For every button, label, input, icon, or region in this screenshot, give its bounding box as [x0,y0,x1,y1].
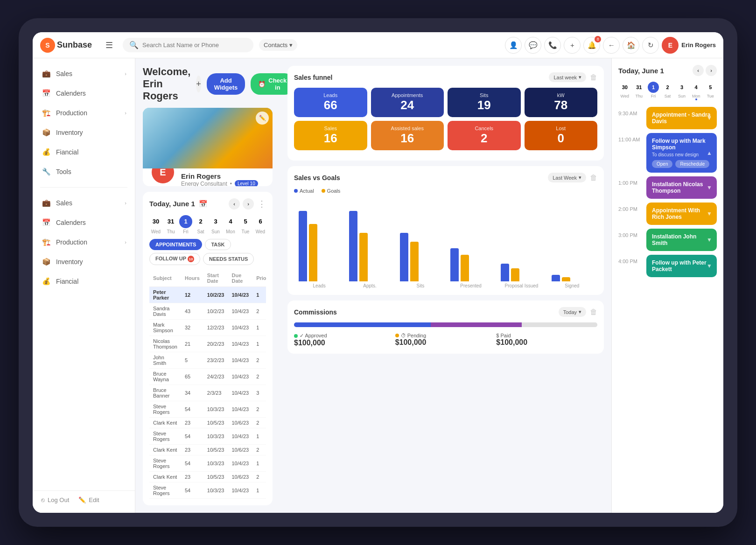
prev-day-button[interactable]: ‹ [693,65,704,76]
week-day[interactable]: 1Fri [179,215,192,234]
delete-icon[interactable]: 🗑 [590,174,597,182]
table-row[interactable]: Steve Rogers 54 10/3/23 10/4/23 1 Pendin… [149,455,266,472]
table-row[interactable]: Clark Kent 23 10/5/23 10/6/23 2 Complete… [149,472,266,482]
sidebar-item-tools[interactable]: 🔧 Tools [33,162,135,182]
sidebar-item-inventory1[interactable]: 📦 Inventory [33,123,135,142]
panel-day[interactable]: 31Thu [633,82,646,100]
more-options-button[interactable]: ⋮ [258,199,266,209]
filter-dropdown[interactable]: Today ▾ [559,307,586,317]
panel-day[interactable]: 1Fri [647,82,660,100]
screen: S Sunbase ☰ 🔍 Contacts ▾ 👤 💬 📞 + 🔔 8 [33,32,723,513]
next-week-button[interactable]: › [243,198,254,210]
event-row: 11:00 AMFollow up with Mark SimpsonTo di… [618,133,717,173]
widget-title: Commissions [294,308,337,316]
sidebar-item-calendars1[interactable]: 📅 Calenders [33,84,135,103]
hamburger-button[interactable]: ☰ [101,37,117,53]
table-row[interactable]: Clark Kent 23 10/5/23 10/6/23 2 Complete… [149,418,266,428]
week-day[interactable]: 30Wed [149,215,162,234]
home-button[interactable]: 🏠 [623,37,639,54]
funnel-value: 66 [300,98,362,112]
production-icon: 🏗️ [41,108,51,118]
tab-needs-status[interactable]: NEEDS STATUS [203,253,254,266]
edit-button[interactable]: ✏️ Edit [78,496,99,503]
sidebar-item-sales2[interactable]: 💼 Sales › [33,193,135,213]
phone-button[interactable]: 📞 [544,37,561,54]
table-row[interactable]: Steve Rogers 54 10/3/23 10/4/23 1 Pendin… [149,428,266,445]
refresh-button[interactable]: ↻ [642,37,659,54]
week-day[interactable]: 6Wed [254,215,267,234]
week-day[interactable]: 31Thu [164,215,177,234]
week-day[interactable]: 3Sun [209,215,222,234]
financial-icon: 💰 [41,147,51,157]
contacts-dropdown[interactable]: Contacts ▾ [259,39,297,51]
delete-icon[interactable]: 🗑 [590,308,597,316]
add-button[interactable]: + [196,76,201,92]
cell-priority: 1 [252,482,266,499]
event-action-button[interactable]: Reschedule [675,160,709,168]
profile-role: Energy Consultant [181,181,227,186]
event-card[interactable]: Appointment - Sandra Davis▼ [646,107,717,129]
table-row[interactable]: Bruce Wayna 65 24/2/23 10/4/23 2 Stalled [149,369,266,385]
cell-due: 10/4/23 [228,320,252,336]
cell-due: 10/4/23 [228,455,252,472]
sidebar-item-calendars2[interactable]: 📅 Calenders [33,213,135,232]
profile-edit-button[interactable]: ✏️ [256,112,269,125]
sidebar-item-financial1[interactable]: 💰 Fiancial [33,142,135,162]
cell-due: 10/4/23 [228,369,252,385]
week-day[interactable]: 2Sat [194,215,207,234]
avatar[interactable]: E [662,37,679,54]
event-card[interactable]: Installation John Smith▼ [646,229,717,251]
table-row[interactable]: Clark Kent 23 10/5/23 10/6/23 2 Complete… [149,445,266,455]
cell-subject: John Smith [149,352,181,369]
delete-icon[interactable]: 🗑 [590,73,597,82]
sales-goals-widget: Sales vs Goals Last Week ▾ 🗑 Actu [287,166,604,295]
tab-appointments[interactable]: APPOINTMENTS [149,239,202,250]
sidebar-item-sales1[interactable]: 💼 Sales › [33,64,135,84]
event-card[interactable]: Installation Nicolas Thompson▼ [646,176,717,199]
event-card[interactable]: Follow up with Mark SimpsonTo discuss ne… [646,133,717,173]
panel-day[interactable]: 5Tue [704,82,717,100]
filter-dropdown[interactable]: Last week ▾ [549,72,586,82]
table-row[interactable]: Sandra Davis 43 10/2/23 10/4/23 2 Comple… [149,303,266,320]
sidebar-item-financial2[interactable]: 💰 Fiancial [33,272,135,291]
panel-day[interactable]: 30Wed [618,82,631,100]
add-button[interactable]: + [564,37,581,54]
sidebar-item-inventory2[interactable]: 📦 Inventory [33,252,135,272]
table-row[interactable]: Peter Parker 12 10/2/23 10/4/23 1 Pendin… [149,287,266,303]
cell-priority: 2 [252,352,266,369]
event-time: 4:00 PM [618,255,643,264]
profile-button[interactable]: 👤 [505,37,522,54]
chat-button[interactable]: 💬 [525,37,541,54]
table-row[interactable]: Steve Rogers 54 10/3/23 10/4/23 2 Pendin… [149,401,266,418]
next-day-button[interactable]: › [706,65,717,76]
sales-icon: 💼 [41,69,51,79]
logout-button[interactable]: ⎋ Log Out [41,496,69,503]
back-button[interactable]: ← [603,37,620,54]
add-widgets-button[interactable]: Add Widgets [207,73,245,95]
tab-task[interactable]: TASK [205,239,231,250]
panel-day[interactable]: 3Sun [675,82,688,100]
sidebar-label: Production [56,238,125,246]
week-day[interactable]: 4Mon [224,215,237,234]
panel-day[interactable]: 2Sat [661,82,674,100]
clock-icon: ⏰ [258,81,266,88]
funnel-cell-cancels: Cancels 2 [448,121,521,150]
prev-week-button[interactable]: ‹ [229,198,240,210]
table-row[interactable]: Steve Rogers 54 10/3/23 10/4/23 1 Pendin… [149,482,266,499]
table-row[interactable]: Nicolas Thompson 21 20/2/23 10/4/23 1 Co… [149,336,266,352]
table-row[interactable]: John Smith 5 23/2/23 10/4/23 2 Completed [149,352,266,369]
sidebar-item-production1[interactable]: 🏗️ Production › [33,103,135,123]
tab-follow-up[interactable]: FOLLOW UP10 [149,253,200,266]
panel-title: Today, June 1 [618,67,664,75]
search-input[interactable] [142,42,247,49]
event-card[interactable]: Appointment With Rich Jones▼ [646,203,717,225]
table-row[interactable]: Mark Simpson 32 12/2/23 10/4/23 1 Pendin… [149,320,266,336]
sidebar-item-production2[interactable]: 🏗️ Production › [33,232,135,252]
filter-dropdown[interactable]: Last Week ▾ [548,173,586,182]
notification-button[interactable]: 🔔 8 [583,37,600,54]
event-card[interactable]: Follow up with Peter Packett▼ [646,255,717,277]
table-row[interactable]: Bruce Banner 34 2/3/23 10/4/23 3 Stalled [149,385,266,401]
week-day[interactable]: 5Tue [239,215,252,234]
panel-day[interactable]: 4Mon [690,82,703,100]
event-action-button[interactable]: Open [652,160,672,168]
